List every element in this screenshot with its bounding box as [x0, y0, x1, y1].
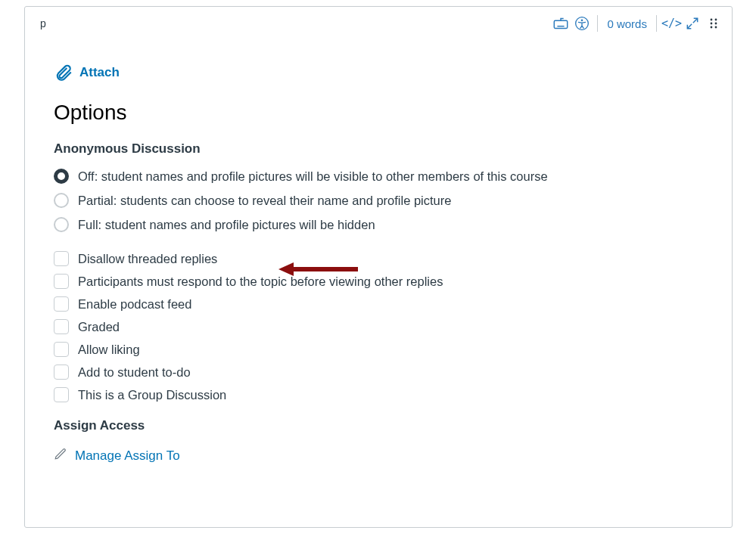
- discussion-options-panel: p 0 words </>: [24, 6, 733, 528]
- svg-point-9: [711, 19, 713, 21]
- checkbox-icon: [54, 342, 69, 357]
- checkbox-label: Disallow threaded replies: [78, 252, 217, 266]
- keyboard-shortcuts-icon[interactable]: [550, 13, 571, 34]
- anon-partial-option[interactable]: Partial: students can choose to reveal t…: [54, 188, 703, 213]
- radio-icon: [54, 217, 69, 232]
- svg-point-10: [715, 19, 717, 21]
- radio-label: Off: student names and profile pictures …: [78, 169, 548, 184]
- options-heading: Options: [54, 101, 703, 125]
- editor-status-bar: p 0 words </>: [25, 7, 732, 40]
- svg-point-8: [581, 20, 583, 22]
- editor-element-path[interactable]: p: [40, 17, 46, 29]
- attach-button[interactable]: Attach: [54, 63, 703, 82]
- svg-rect-0: [555, 20, 568, 28]
- checkbox-label: Allow liking: [78, 343, 140, 357]
- check-graded[interactable]: Graded: [54, 315, 703, 338]
- checkbox-icon: [54, 365, 69, 380]
- options-checkbox-group: Disallow threaded replies Participants m…: [54, 247, 703, 406]
- checkbox-label: Graded: [78, 320, 120, 334]
- attach-label: Attach: [79, 65, 120, 80]
- check-disallow-threaded[interactable]: Disallow threaded replies: [54, 247, 703, 270]
- check-podcast[interactable]: Enable podcast feed: [54, 293, 703, 315]
- options-content: Attach Options Anonymous Discussion Off:…: [25, 40, 732, 464]
- svg-point-11: [711, 23, 713, 25]
- anonymous-heading: Anonymous Discussion: [54, 141, 703, 157]
- anon-full-option[interactable]: Full: student names and profile pictures…: [54, 213, 703, 237]
- checkbox-label: This is a Group Discussion: [78, 388, 226, 402]
- fullscreen-icon[interactable]: [682, 13, 703, 34]
- checkbox-label: Participants must respond to the topic b…: [78, 275, 443, 289]
- manage-assign-to-button[interactable]: Manage Assign To: [54, 447, 703, 464]
- more-options-icon[interactable]: [703, 13, 724, 34]
- checkbox-icon: [54, 319, 69, 334]
- radio-icon: [54, 169, 69, 184]
- checkbox-icon: [54, 296, 69, 312]
- html-editor-toggle[interactable]: </>: [661, 13, 682, 34]
- checkbox-icon: [54, 387, 69, 402]
- manage-assign-to-label: Manage Assign To: [75, 448, 180, 464]
- radio-label: Full: student names and profile pictures…: [78, 218, 375, 232]
- checkbox-label: Add to student to-do: [78, 365, 191, 380]
- check-group-discussion[interactable]: This is a Group Discussion: [54, 383, 703, 406]
- anon-off-option[interactable]: Off: student names and profile pictures …: [54, 164, 703, 188]
- check-liking[interactable]: Allow liking: [54, 338, 703, 361]
- toolbar-divider: [597, 15, 598, 32]
- toolbar-divider: [656, 15, 657, 32]
- word-count[interactable]: 0 words: [602, 17, 652, 30]
- checkbox-icon: [54, 251, 69, 266]
- assign-access-heading: Assign Access: [54, 418, 703, 433]
- svg-point-12: [715, 23, 717, 25]
- radio-icon: [54, 193, 69, 208]
- check-respond-first[interactable]: Participants must respond to the topic b…: [54, 270, 703, 293]
- checkbox-icon: [54, 274, 69, 289]
- paperclip-icon: [54, 63, 73, 82]
- svg-point-13: [711, 26, 713, 29]
- radio-label: Partial: students can choose to reveal t…: [78, 194, 451, 208]
- svg-point-14: [715, 26, 717, 29]
- check-todo[interactable]: Add to student to-do: [54, 361, 703, 383]
- anonymous-radio-group: Off: student names and profile pictures …: [54, 164, 703, 237]
- accessibility-icon[interactable]: [571, 13, 593, 34]
- checkbox-label: Enable podcast feed: [78, 297, 191, 312]
- pencil-icon: [54, 447, 67, 464]
